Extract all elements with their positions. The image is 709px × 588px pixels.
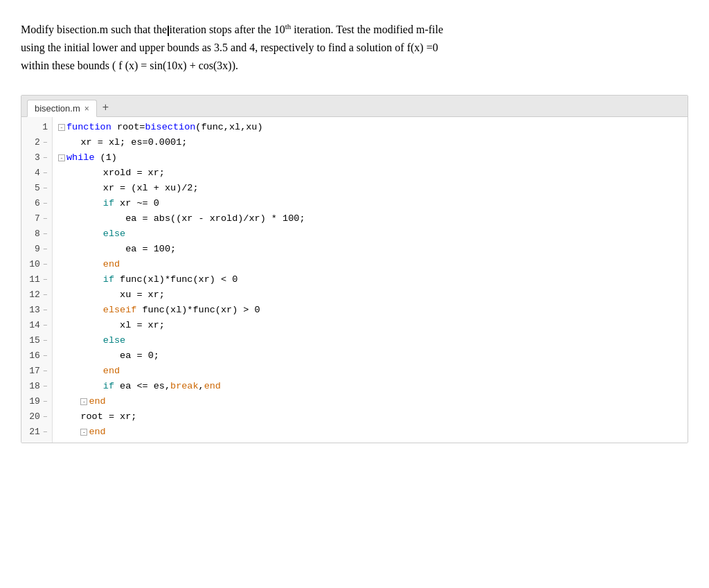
- code-lines[interactable]: -function root=bisection(func,xl,xu) xr …: [53, 117, 688, 443]
- code-line-15: else: [58, 333, 688, 348]
- code-line-19: -end: [58, 394, 688, 409]
- line-num-16: 16–: [21, 348, 52, 364]
- collapse-icon-3[interactable]: -: [58, 154, 65, 161]
- code-line-4: xrold = xr;: [58, 166, 688, 181]
- code-line-3: -while (1): [58, 150, 688, 166]
- collapse-icon-1[interactable]: -: [58, 124, 65, 131]
- line-num-18: 18–: [21, 379, 52, 394]
- collapse-icon-21[interactable]: -: [80, 429, 87, 436]
- code-line-2: xr = xl; es=0.0001;: [58, 135, 688, 150]
- line-num-6: 6–: [21, 196, 52, 211]
- line-numbers: 1 2– 3– 4– 5– 6– 7– 8– 9– 10– 11– 12– 13…: [21, 117, 53, 443]
- code-area: 1 2– 3– 4– 5– 6– 7– 8– 9– 10– 11– 12– 13…: [21, 117, 688, 443]
- line-num-11: 11–: [21, 272, 52, 287]
- tab-bar: bisection.m × +: [21, 96, 688, 117]
- line-num-7: 7–: [21, 211, 52, 226]
- description-text: Modify bisection.m such that theiteratio…: [21, 21, 688, 74]
- tab-bisection[interactable]: bisection.m ×: [27, 100, 97, 117]
- line-num-3: 3–: [21, 150, 52, 166]
- line-num-17: 17–: [21, 364, 52, 379]
- page-content: Modify bisection.m such that theiteratio…: [21, 21, 688, 443]
- code-line-1: -function root=bisection(func,xl,xu): [58, 120, 688, 135]
- line-num-20: 20–: [21, 409, 52, 425]
- code-line-12: xu = xr;: [58, 287, 688, 303]
- collapse-icon-19[interactable]: -: [80, 398, 87, 405]
- line-num-21: 21–: [21, 425, 52, 440]
- code-line-14: xl = xr;: [58, 318, 688, 333]
- code-line-21: -end: [58, 425, 688, 440]
- code-line-8: else: [58, 226, 688, 242]
- code-line-18: if ea <= es,break,end: [58, 379, 688, 394]
- tab-add-button[interactable]: +: [97, 98, 114, 116]
- code-line-17: end: [58, 364, 688, 379]
- code-line-6: if xr ~= 0: [58, 196, 688, 211]
- line-num-2: 2–: [21, 135, 52, 150]
- line-num-14: 14–: [21, 318, 52, 333]
- line-num-10: 10–: [21, 257, 52, 272]
- editor-container: bisection.m × + 1 2– 3– 4– 5– 6– 7– 8– 9…: [21, 95, 688, 443]
- line-num-1: 1: [21, 120, 52, 135]
- code-line-16: ea = 0;: [58, 348, 688, 364]
- line-num-5: 5–: [21, 181, 52, 196]
- code-line-7: ea = abs((xr - xrold)/xr) * 100;: [58, 211, 688, 226]
- code-line-5: xr = (xl + xu)/2;: [58, 181, 688, 196]
- code-line-9: ea = 100;: [58, 242, 688, 257]
- code-line-11: if func(xl)*func(xr) < 0: [58, 272, 688, 287]
- code-line-20: root = xr;: [58, 409, 688, 425]
- tab-filename: bisection.m: [35, 103, 80, 114]
- tab-close-button[interactable]: ×: [84, 104, 89, 114]
- code-line-10: end: [58, 257, 688, 272]
- line-num-9: 9–: [21, 242, 52, 257]
- line-num-12: 12–: [21, 287, 52, 303]
- line-num-8: 8–: [21, 226, 52, 242]
- line-num-4: 4–: [21, 166, 52, 181]
- line-num-19: 19–: [21, 394, 52, 409]
- line-num-13: 13–: [21, 303, 52, 318]
- line-num-15: 15–: [21, 333, 52, 348]
- code-line-13: elseif func(xl)*func(xr) > 0: [58, 303, 688, 318]
